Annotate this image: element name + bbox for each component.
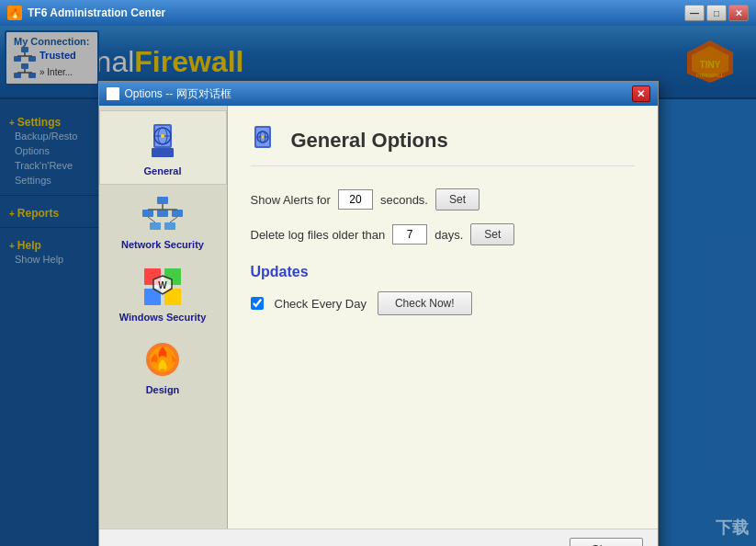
log-set-button[interactable]: Set: [470, 223, 514, 245]
svg-rect-23: [157, 197, 168, 204]
app-background: PersonalFirewall TINY FIREWALL My Connec…: [0, 26, 756, 546]
nav-general-label: General: [144, 165, 182, 176]
svg-point-22: [161, 134, 164, 138]
dialog-body: General: [99, 106, 658, 529]
network-security-icon: [141, 192, 185, 236]
alerts-set-button[interactable]: Set: [435, 188, 480, 210]
updates-row: Check Every Day Check Now!: [251, 291, 635, 315]
maximize-button[interactable]: □: [706, 5, 727, 21]
content-title: General Options: [291, 129, 448, 153]
updates-title: Updates: [251, 264, 635, 280]
dialog-title: Options -- 网页对话框: [125, 86, 231, 102]
svg-line-33: [148, 217, 155, 222]
minimize-button[interactable]: —: [684, 5, 705, 21]
watermark: 下载: [716, 517, 749, 539]
check-every-day-checkbox[interactable]: [251, 297, 264, 310]
window-title: TF6 Administration Center: [28, 6, 165, 19]
alerts-input[interactable]: [338, 189, 373, 210]
dialog-titlebar: ⚙ Options -- 网页对话框 ✕: [99, 82, 658, 106]
windows-security-icon: W: [141, 265, 185, 309]
log-input[interactable]: [392, 224, 427, 245]
dialog-footer: Close: [99, 529, 658, 546]
nav-network-label: Network Security: [121, 239, 204, 250]
alerts-unit: seconds.: [380, 193, 428, 207]
svg-rect-31: [150, 222, 161, 230]
svg-rect-26: [157, 210, 168, 217]
nav-item-network[interactable]: Network Security: [99, 185, 227, 257]
check-now-button[interactable]: Check Now!: [378, 291, 472, 315]
svg-text:W: W: [158, 280, 167, 290]
svg-rect-25: [142, 210, 153, 217]
alerts-label: Show Alerts for: [251, 193, 331, 207]
dialog-nav: General: [99, 106, 228, 529]
log-row: Delete log files older than days. Set: [251, 223, 635, 245]
content-header: General Options: [251, 124, 635, 166]
svg-rect-27: [172, 210, 183, 217]
check-every-day-label: Check Every Day: [275, 297, 367, 311]
dialog-close-button[interactable]: ✕: [632, 85, 650, 102]
svg-rect-21: [152, 148, 174, 157]
nav-item-general[interactable]: General: [99, 110, 227, 185]
nav-windows-label: Windows Security: [119, 312, 207, 323]
main-window: 🔥 TF6 Administration Center — □ ✕ Person…: [0, 0, 756, 546]
general-icon: [141, 119, 185, 163]
close-dialog-button[interactable]: Close: [570, 538, 642, 547]
nav-design-label: Design: [146, 384, 180, 395]
dialog-icon: ⚙: [107, 87, 119, 100]
svg-line-34: [170, 217, 177, 222]
content-header-icon: [251, 124, 280, 156]
nav-item-windows[interactable]: W Windows Security: [99, 257, 227, 330]
log-unit: days.: [434, 228, 463, 242]
design-icon: [141, 337, 185, 381]
log-label: Delete log files older than: [251, 228, 386, 242]
title-bar: 🔥 TF6 Administration Center — □ ✕: [0, 0, 756, 26]
svg-point-47: [261, 136, 264, 139]
options-dialog: ⚙ Options -- 网页对话框 ✕: [98, 81, 659, 546]
updates-section: Updates Check Every Day Check Now!: [251, 264, 635, 315]
window-close-button[interactable]: ✕: [728, 5, 749, 21]
modal-overlay: ⚙ Options -- 网页对话框 ✕: [0, 26, 756, 546]
app-icon: 🔥: [7, 6, 22, 20]
alerts-row: Show Alerts for seconds. Set: [251, 188, 635, 210]
dialog-content: General Options Show Alerts for seconds.…: [228, 106, 658, 529]
nav-item-design[interactable]: Design: [99, 330, 227, 403]
svg-rect-32: [164, 222, 175, 230]
title-bar-controls: — □ ✕: [684, 5, 749, 21]
